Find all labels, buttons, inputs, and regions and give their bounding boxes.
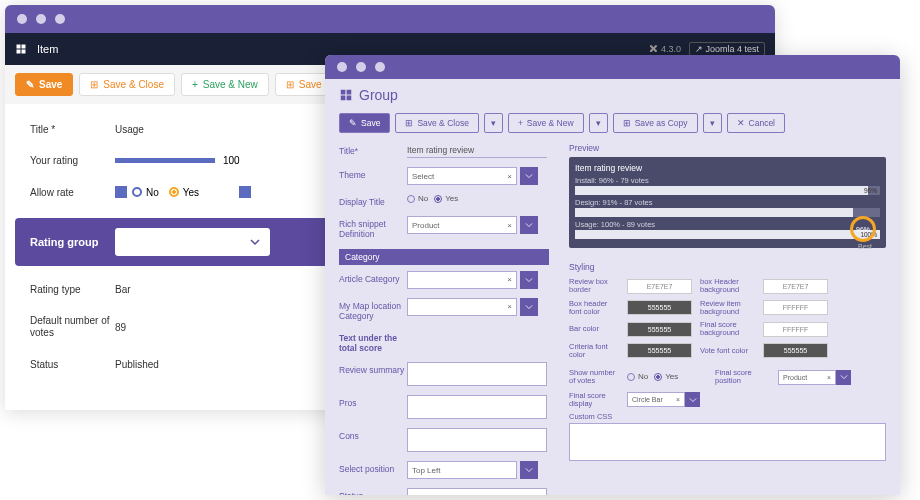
toolbar: ✎ Save ⊞ Save & Close ▾ + Save & New ▾ ⊞… (325, 107, 900, 143)
css-label: Custom CSS (569, 412, 886, 421)
color-input[interactable]: E7E7E7 (763, 279, 828, 294)
title-label: Title * (30, 124, 115, 135)
save-new-caret[interactable]: ▾ (589, 113, 608, 133)
score-pos-caret[interactable] (836, 370, 851, 385)
save-button[interactable]: ✎ Save (15, 73, 73, 96)
summary-label: Review summary (339, 362, 407, 375)
score-pos-label: Final score position (715, 369, 770, 386)
theme-label: Theme (339, 167, 407, 180)
show-votes-label: Show number of votes (569, 369, 619, 386)
status-label: Status (30, 359, 115, 370)
check-icon[interactable] (115, 186, 127, 198)
color-input[interactable]: 555555 (627, 322, 692, 337)
cons-input[interactable] (407, 428, 547, 452)
save-copy-button[interactable]: ⊞ Save as Copy (613, 113, 698, 133)
summary-input[interactable] (407, 362, 547, 386)
joomla-icon (15, 43, 27, 55)
color-input[interactable]: 555555 (627, 343, 692, 358)
cons-label: Cons (339, 428, 407, 441)
text-under-label: Text under the total score (339, 330, 407, 353)
save-close-caret[interactable]: ▾ (484, 113, 503, 133)
rating-slider[interactable] (115, 158, 215, 163)
page-title: Group (325, 79, 900, 107)
color-input[interactable]: 555555 (763, 343, 828, 358)
group-label: Rating group (30, 236, 115, 248)
type-value[interactable]: Bar (115, 284, 131, 295)
title-input[interactable] (407, 143, 547, 158)
left-column: Title* ThemeSelect× Display TitleNoYes R… (339, 143, 549, 495)
title-value[interactable]: Usage (115, 124, 144, 135)
score-pos-select[interactable]: Product× (778, 370, 836, 385)
color-input[interactable]: E7E7E7 (627, 279, 692, 294)
gauge-label: Best (858, 243, 872, 250)
mymap-cat-select[interactable]: × (407, 298, 517, 316)
rating-label: Your rating (30, 155, 115, 166)
theme-select[interactable]: Select× (407, 167, 517, 185)
position-label: Select position (339, 461, 407, 474)
display-no[interactable]: No (407, 194, 428, 203)
custom-css-input[interactable] (569, 423, 886, 461)
votes-value[interactable]: 89 (115, 322, 126, 333)
traffic-dot (55, 14, 65, 24)
color-input[interactable]: FFFFFF (763, 322, 828, 337)
styling-grid: Review box borderE7E7E7box Header backgr… (569, 278, 886, 359)
votes-no[interactable]: No (627, 372, 648, 381)
pros-label: Pros (339, 395, 407, 408)
preview-row: Usage: 100% - 89 votes100% (575, 220, 880, 239)
allow-no[interactable]: No (132, 187, 159, 198)
votes-yes[interactable]: Yes (654, 372, 678, 381)
article-cat-select[interactable]: × (407, 271, 517, 289)
save-new-button[interactable]: + Save & New (508, 113, 584, 133)
color-input[interactable]: FFFFFF (763, 300, 828, 315)
score-disp-select[interactable]: Circle Bar× (627, 392, 685, 407)
position-caret[interactable] (520, 461, 538, 479)
type-label: Rating type (30, 284, 115, 295)
pros-input[interactable] (407, 395, 547, 419)
styling-label: Styling (569, 262, 886, 272)
preview-row: Design: 91% - 87 votes (575, 198, 880, 217)
rich-label: Rich snippet Definition (339, 216, 407, 239)
check-icon[interactable] (239, 186, 251, 198)
mymap-cat-label: My Map location Category (339, 298, 407, 321)
group-window: Group ✎ Save ⊞ Save & Close ▾ + Save & N… (325, 55, 900, 495)
theme-caret[interactable] (520, 167, 538, 185)
group-select[interactable] (115, 228, 270, 256)
score-disp-caret[interactable] (685, 392, 700, 407)
version-badge: 🗙 4.3.0 (649, 44, 681, 54)
status-select[interactable]: Published▾ (407, 488, 547, 495)
color-input[interactable]: 555555 (627, 300, 692, 315)
style-label: Vote font color (700, 347, 755, 355)
score-gauge: 96% (850, 216, 876, 242)
preview-box: Item rating review Install: 96% - 79 vot… (569, 157, 886, 248)
style-label: Bar color (569, 325, 619, 333)
save-new-button[interactable]: + Save & New (181, 73, 269, 96)
save-copy-caret[interactable]: ▾ (703, 113, 722, 133)
traffic-dot (375, 62, 385, 72)
mymap-cat-caret[interactable] (520, 298, 538, 316)
save-close-button[interactable]: ⊞ Save & Close (79, 73, 175, 96)
display-yes[interactable]: Yes (434, 194, 458, 203)
article-cat-caret[interactable] (520, 271, 538, 289)
window-titlebar (5, 5, 775, 33)
article-cat-label: Article Category (339, 271, 407, 284)
rich-select[interactable]: Product× (407, 216, 517, 234)
position-select[interactable]: Top Left (407, 461, 517, 479)
save-button[interactable]: ✎ Save (339, 113, 390, 133)
status-value[interactable]: Published (115, 359, 159, 370)
preview-row: Install: 96% - 79 votes96% (575, 176, 880, 195)
save-close-button[interactable]: ⊞ Save & Close (395, 113, 479, 133)
allow-yes[interactable]: Yes (169, 187, 199, 198)
site-badge[interactable]: ↗ Joomla 4 test (689, 42, 765, 56)
traffic-dot (36, 14, 46, 24)
traffic-dot (356, 62, 366, 72)
rich-caret[interactable] (520, 216, 538, 234)
category-header: Category (339, 249, 549, 265)
preview-label: Preview (569, 143, 886, 153)
traffic-dot (337, 62, 347, 72)
header-title: Item (37, 43, 58, 55)
right-column: Preview Item rating review Install: 96% … (569, 143, 886, 495)
cancel-button[interactable]: ✕ Cancel (727, 113, 785, 133)
joomla-icon (339, 88, 353, 102)
style-label: Review item background (700, 300, 755, 317)
score-disp-label: Final score display (569, 392, 619, 409)
